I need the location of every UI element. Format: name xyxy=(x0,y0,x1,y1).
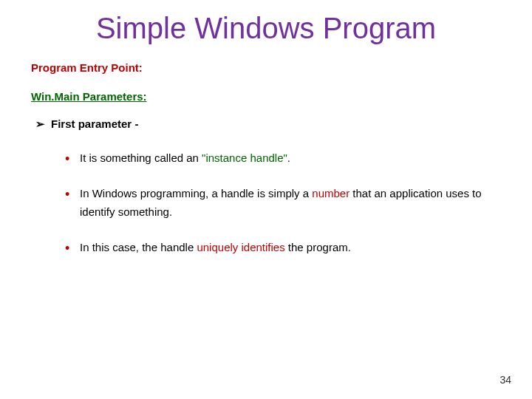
list-item: In this case, the handle uniquely identi… xyxy=(65,238,502,257)
list-item: In Windows programming, a handle is simp… xyxy=(65,184,502,222)
arrow-icon: ➢ xyxy=(35,117,45,130)
arrow-bullet: ➢First parameter - xyxy=(35,117,502,131)
arrow-text: First parameter - xyxy=(51,117,138,130)
section-heading: Program Entry Point: xyxy=(31,61,502,74)
bullet-list: It is something called an "instance hand… xyxy=(65,149,502,256)
subsection-heading: Win.Main Parameters: xyxy=(31,90,502,103)
bullet-pre: In this case, the handle xyxy=(80,241,197,253)
list-item: It is something called an "instance hand… xyxy=(65,149,502,168)
bullet-post: . xyxy=(287,151,290,164)
bullet-highlight: number xyxy=(312,187,349,200)
slide: Simple Windows Program Program Entry Poi… xyxy=(0,0,532,399)
slide-title: Simple Windows Program xyxy=(30,12,502,45)
bullet-pre: It is something called an xyxy=(80,151,202,164)
bullet-highlight: uniquely identifies xyxy=(197,241,284,253)
page-number: 34 xyxy=(499,374,511,386)
bullet-pre: In Windows programming, a handle is simp… xyxy=(80,187,312,200)
bullet-highlight: "instance handle" xyxy=(202,151,287,164)
bullet-post: the program. xyxy=(285,241,351,253)
